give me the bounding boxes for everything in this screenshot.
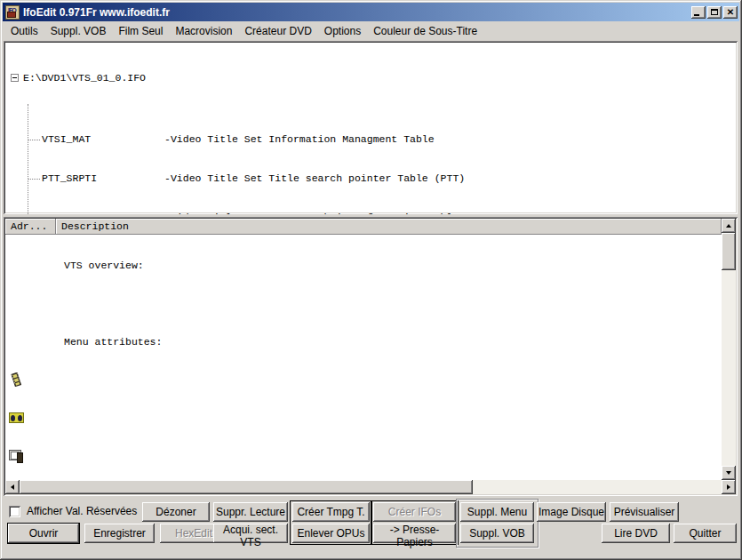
tree-children: VTSI_MAT -Video Title Set Information Ma… — [9, 108, 734, 214]
lire-dvd-button[interactable]: Lire DVD — [602, 524, 670, 543]
scroll-up-button[interactable] — [722, 219, 736, 233]
acqui-sect-vts-button[interactable]: Acqui. sect. VTS — [213, 524, 288, 543]
dezoner-button[interactable]: Dézoner — [142, 502, 210, 522]
menu-suppl-vob[interactable]: Suppl. VOB — [44, 23, 113, 39]
ifo-structure-tree: E:\DVD1\VTS_01_0.IFO VTSI_MAT -Video Tit… — [4, 41, 738, 214]
list-row[interactable] — [5, 296, 722, 311]
suppr-lecture-button[interactable]: Suppr. Lecture — [213, 502, 288, 522]
horizontal-scrollbar-thumb[interactable] — [20, 480, 473, 494]
presse-papiers-button[interactable]: -> Presse-Papiers — [373, 524, 456, 543]
app-icon-text: IFO — [8, 6, 16, 14]
enlever-opus-button[interactable]: Enlever OPUs — [292, 524, 370, 543]
menu-bar: Outils Suppl. VOB Film Seul Macrovision … — [3, 21, 739, 40]
ouvrir-button[interactable]: Ouvrir — [8, 524, 79, 543]
list-row[interactable]: SubPicture 1: Non indiqué (2-bit rle ) — [5, 449, 722, 464]
scroll-left-button[interactable] — [5, 480, 20, 494]
menu-macrovision[interactable]: Macrovision — [169, 23, 238, 39]
subpicture-icon — [9, 449, 25, 463]
menu-couleur-sous-titre[interactable]: Couleur de Sous-Titre — [367, 23, 483, 39]
tree-item-ptt-srpti[interactable]: PTT_SRPTI -Video Title Set Title search … — [9, 171, 734, 187]
scroll-down-button[interactable] — [722, 466, 736, 480]
close-button[interactable]: ✕ — [723, 6, 738, 19]
menu-createur-dvd[interactable]: Créateur DVD — [238, 23, 317, 39]
tree-root-row[interactable]: E:\DVD1\VTS_01_0.IFO — [9, 69, 734, 85]
list-row[interactable]: Video: MPEG-2 720x576 (PAL) (PAL 625/50)… — [5, 372, 722, 388]
menu-film-seul[interactable]: Film Seul — [112, 23, 169, 39]
image-disque-button[interactable]: Image Disque — [537, 502, 606, 522]
column-header-description[interactable]: Description — [56, 219, 722, 235]
list-row[interactable]: VTS overview: — [5, 258, 722, 273]
creer-tmpg-button[interactable]: Créer Tmpg T. — [292, 502, 370, 522]
arrow-left-icon — [11, 484, 14, 490]
suppl-menu-button[interactable]: Suppl. Menu — [460, 502, 534, 522]
list-header: Adr... Description — [5, 219, 722, 235]
list-row[interactable]: Menu attributes: — [5, 334, 722, 349]
maximize-icon — [711, 9, 718, 15]
vertical-scrollbar[interactable] — [722, 219, 736, 480]
vertical-scrollbar-thumb[interactable] — [722, 233, 736, 270]
ifoedit-window: IFO IfoEdit 0.971Fr www.ifoedit.fr ✕ Out… — [0, 0, 742, 560]
maximize-button[interactable] — [707, 6, 722, 19]
enregistrer-button[interactable]: Enregistrer — [84, 524, 155, 543]
quitter-button[interactable]: Quitter — [674, 524, 737, 543]
suppl-vob-button[interactable]: Suppl. VOB — [460, 524, 534, 543]
column-header-adr[interactable]: Adr... — [5, 219, 56, 235]
arrow-right-icon — [727, 484, 730, 490]
arrow-down-icon — [726, 471, 731, 475]
previsualiser-button[interactable]: Prévisualiser — [610, 502, 679, 522]
menu-options[interactable]: Options — [318, 23, 367, 39]
title-bar: IFO IfoEdit 0.971Fr www.ifoedit.fr ✕ — [3, 3, 739, 21]
audio-icon — [9, 411, 25, 425]
horizontal-scrollbar[interactable] — [5, 480, 736, 494]
arrow-up-icon — [726, 224, 731, 228]
button-panel: Afficher Val. Réservées Dézoner Suppr. L… — [4, 498, 738, 557]
tree-root-label: E:\DVD1\VTS_01_0.IFO — [23, 72, 146, 84]
tree-item-vtsi-mat[interactable]: VTSI_MAT -Video Title Set Information Ma… — [9, 132, 734, 148]
minimize-button[interactable] — [691, 6, 706, 19]
reserved-values-checkbox-row[interactable]: Afficher Val. Réservées — [9, 505, 137, 517]
app-icon: IFO — [5, 5, 20, 20]
scroll-right-button[interactable] — [722, 480, 736, 494]
collapse-minus-icon[interactable] — [11, 74, 19, 82]
reserved-values-label: Afficher Val. Réservées — [27, 505, 137, 517]
creer-ifos-button[interactable]: Créer IFOs — [373, 502, 456, 522]
description-list: Adr... Description VTS overview: Menu at… — [4, 217, 738, 496]
close-icon: ✕ — [727, 8, 734, 17]
list-row[interactable]: Audio 1: Non indiqué (Dolby AC-3) 2ch 48… — [5, 411, 722, 426]
list-body: VTS overview: Menu attributes: Video: MP… — [5, 235, 722, 480]
menu-outils[interactable]: Outils — [4, 23, 44, 39]
tree-item-vts-pgciti[interactable]: VTS_PGCITI -Video Title Set Program Chai… — [9, 210, 734, 214]
minimize-icon — [694, 14, 699, 16]
film-icon — [9, 372, 25, 387]
reserved-values-checkbox[interactable] — [9, 506, 20, 517]
window-title: IfoEdit 0.971Fr www.ifoedit.fr — [23, 6, 690, 19]
